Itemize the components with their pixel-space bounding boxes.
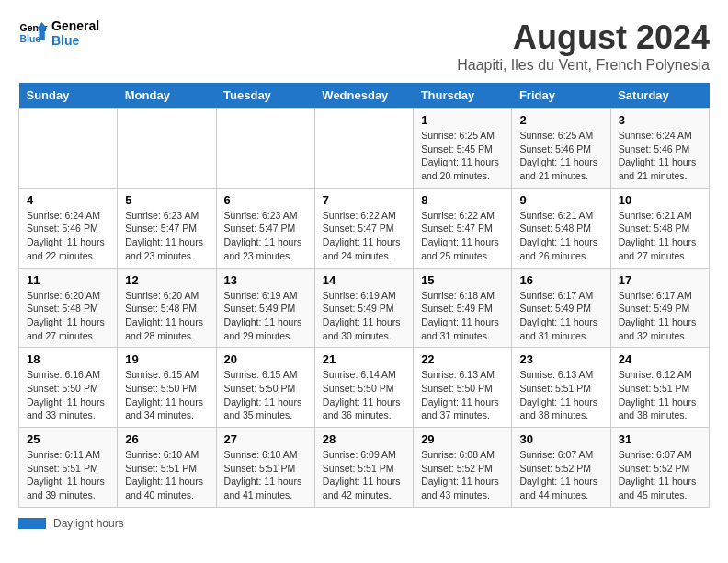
day-number: 8 — [421, 193, 504, 207]
day-header-monday: Monday — [118, 83, 216, 109]
week-row-3: 11Sunrise: 6:20 AM Sunset: 5:48 PM Dayli… — [19, 268, 710, 348]
day-info: Sunrise: 6:23 AM Sunset: 5:47 PM Dayligh… — [125, 209, 208, 263]
day-info: Sunrise: 6:21 AM Sunset: 5:48 PM Dayligh… — [619, 209, 701, 263]
week-row-2: 4Sunrise: 6:24 AM Sunset: 5:46 PM Daylig… — [19, 188, 710, 268]
day-number: 29 — [421, 432, 504, 446]
day-number: 10 — [619, 193, 701, 207]
calendar-cell: 14Sunrise: 6:19 AM Sunset: 5:49 PM Dayli… — [314, 268, 413, 348]
day-header-sunday: Sunday — [19, 83, 118, 109]
day-info: Sunrise: 6:21 AM Sunset: 5:48 PM Dayligh… — [519, 209, 602, 263]
day-number: 1 — [421, 113, 504, 127]
calendar-cell: 9Sunrise: 6:21 AM Sunset: 5:48 PM Daylig… — [512, 188, 610, 268]
title-block: August 2024 Haapiti, Iles du Vent, Frenc… — [457, 18, 710, 74]
day-number: 19 — [125, 352, 208, 366]
day-info: Sunrise: 6:20 AM Sunset: 5:48 PM Dayligh… — [125, 289, 208, 343]
day-info: Sunrise: 6:11 AM Sunset: 5:51 PM Dayligh… — [27, 448, 109, 502]
main-title: August 2024 — [457, 18, 710, 57]
day-info: Sunrise: 6:10 AM Sunset: 5:51 PM Dayligh… — [125, 448, 208, 502]
day-info: Sunrise: 6:20 AM Sunset: 5:48 PM Dayligh… — [27, 289, 109, 343]
day-number: 14 — [323, 273, 405, 287]
day-number: 2 — [519, 113, 602, 127]
day-number: 5 — [125, 193, 208, 207]
calendar-cell: 17Sunrise: 6:17 AM Sunset: 5:49 PM Dayli… — [610, 268, 709, 348]
daylight-label: Daylight hours — [53, 517, 124, 530]
day-info: Sunrise: 6:13 AM Sunset: 5:51 PM Dayligh… — [519, 368, 602, 422]
page-header: General Blue General Blue August 2024 Ha… — [18, 18, 710, 74]
day-header-thursday: Thursday — [414, 83, 512, 109]
day-info: Sunrise: 6:18 AM Sunset: 5:49 PM Dayligh… — [421, 289, 504, 343]
day-info: Sunrise: 6:08 AM Sunset: 5:52 PM Dayligh… — [421, 448, 504, 502]
calendar-cell: 27Sunrise: 6:10 AM Sunset: 5:51 PM Dayli… — [216, 428, 314, 508]
days-header-row: SundayMondayTuesdayWednesdayThursdayFrid… — [19, 83, 710, 109]
calendar-cell: 19Sunrise: 6:15 AM Sunset: 5:50 PM Dayli… — [118, 348, 216, 428]
calendar-cell — [19, 109, 118, 189]
day-info: Sunrise: 6:24 AM Sunset: 5:46 PM Dayligh… — [619, 129, 701, 183]
calendar-cell: 2Sunrise: 6:25 AM Sunset: 5:46 PM Daylig… — [512, 109, 610, 189]
calendar-cell: 16Sunrise: 6:17 AM Sunset: 5:49 PM Dayli… — [512, 268, 610, 348]
calendar-cell: 23Sunrise: 6:13 AM Sunset: 5:51 PM Dayli… — [512, 348, 610, 428]
day-number: 16 — [519, 273, 602, 287]
calendar-cell — [118, 109, 216, 189]
day-header-tuesday: Tuesday — [216, 83, 314, 109]
day-info: Sunrise: 6:16 AM Sunset: 5:50 PM Dayligh… — [27, 368, 109, 422]
day-info: Sunrise: 6:09 AM Sunset: 5:51 PM Dayligh… — [323, 448, 405, 502]
calendar-cell: 25Sunrise: 6:11 AM Sunset: 5:51 PM Dayli… — [19, 428, 118, 508]
calendar-cell: 13Sunrise: 6:19 AM Sunset: 5:49 PM Dayli… — [216, 268, 314, 348]
day-number: 20 — [224, 352, 307, 366]
day-number: 13 — [224, 273, 307, 287]
logo-icon: General Blue — [18, 18, 48, 48]
day-number: 30 — [519, 432, 602, 446]
day-number: 31 — [619, 432, 701, 446]
footer: Daylight hours — [18, 517, 710, 530]
calendar-cell: 29Sunrise: 6:08 AM Sunset: 5:52 PM Dayli… — [414, 428, 512, 508]
day-info: Sunrise: 6:25 AM Sunset: 5:46 PM Dayligh… — [519, 129, 602, 183]
day-info: Sunrise: 6:10 AM Sunset: 5:51 PM Dayligh… — [224, 448, 307, 502]
calendar-cell: 6Sunrise: 6:23 AM Sunset: 5:47 PM Daylig… — [216, 188, 314, 268]
calendar-cell: 10Sunrise: 6:21 AM Sunset: 5:48 PM Dayli… — [610, 188, 709, 268]
svg-text:Blue: Blue — [20, 34, 41, 44]
day-info: Sunrise: 6:22 AM Sunset: 5:47 PM Dayligh… — [323, 209, 405, 263]
logo: General Blue General Blue — [18, 18, 99, 48]
day-info: Sunrise: 6:19 AM Sunset: 5:49 PM Dayligh… — [224, 289, 307, 343]
day-number: 17 — [619, 273, 701, 287]
day-info: Sunrise: 6:19 AM Sunset: 5:49 PM Dayligh… — [323, 289, 405, 343]
day-number: 4 — [27, 193, 109, 207]
calendar-cell: 15Sunrise: 6:18 AM Sunset: 5:49 PM Dayli… — [414, 268, 512, 348]
day-number: 11 — [27, 273, 109, 287]
day-info: Sunrise: 6:23 AM Sunset: 5:47 PM Dayligh… — [224, 209, 307, 263]
calendar-cell: 11Sunrise: 6:20 AM Sunset: 5:48 PM Dayli… — [19, 268, 118, 348]
day-header-saturday: Saturday — [610, 83, 709, 109]
day-number: 26 — [125, 432, 208, 446]
day-number: 21 — [323, 352, 405, 366]
day-number: 6 — [224, 193, 307, 207]
calendar-cell: 31Sunrise: 6:07 AM Sunset: 5:52 PM Dayli… — [610, 428, 709, 508]
day-info: Sunrise: 6:15 AM Sunset: 5:50 PM Dayligh… — [224, 368, 307, 422]
calendar-cell: 4Sunrise: 6:24 AM Sunset: 5:46 PM Daylig… — [19, 188, 118, 268]
day-number: 15 — [421, 273, 504, 287]
day-number: 23 — [519, 352, 602, 366]
day-info: Sunrise: 6:17 AM Sunset: 5:49 PM Dayligh… — [619, 289, 701, 343]
day-number: 18 — [27, 352, 109, 366]
day-number: 3 — [619, 113, 701, 127]
logo-line2: Blue — [51, 33, 99, 48]
day-info: Sunrise: 6:07 AM Sunset: 5:52 PM Dayligh… — [619, 448, 701, 502]
calendar-cell — [314, 109, 413, 189]
calendar-cell: 26Sunrise: 6:10 AM Sunset: 5:51 PM Dayli… — [118, 428, 216, 508]
calendar-cell: 30Sunrise: 6:07 AM Sunset: 5:52 PM Dayli… — [512, 428, 610, 508]
calendar-cell: 7Sunrise: 6:22 AM Sunset: 5:47 PM Daylig… — [314, 188, 413, 268]
day-info: Sunrise: 6:07 AM Sunset: 5:52 PM Dayligh… — [519, 448, 602, 502]
day-number: 25 — [27, 432, 109, 446]
day-info: Sunrise: 6:24 AM Sunset: 5:46 PM Dayligh… — [27, 209, 109, 263]
subtitle: Haapiti, Iles du Vent, French Polynesia — [457, 57, 710, 74]
day-info: Sunrise: 6:12 AM Sunset: 5:51 PM Dayligh… — [619, 368, 701, 422]
day-number: 28 — [323, 432, 405, 446]
day-info: Sunrise: 6:25 AM Sunset: 5:45 PM Dayligh… — [421, 129, 504, 183]
logo-line1: General — [51, 18, 99, 33]
calendar-cell: 21Sunrise: 6:14 AM Sunset: 5:50 PM Dayli… — [314, 348, 413, 428]
day-info: Sunrise: 6:15 AM Sunset: 5:50 PM Dayligh… — [125, 368, 208, 422]
day-number: 24 — [619, 352, 701, 366]
week-row-4: 18Sunrise: 6:16 AM Sunset: 5:50 PM Dayli… — [19, 348, 710, 428]
day-header-wednesday: Wednesday — [314, 83, 413, 109]
calendar-cell: 3Sunrise: 6:24 AM Sunset: 5:46 PM Daylig… — [610, 109, 709, 189]
calendar-cell: 20Sunrise: 6:15 AM Sunset: 5:50 PM Dayli… — [216, 348, 314, 428]
